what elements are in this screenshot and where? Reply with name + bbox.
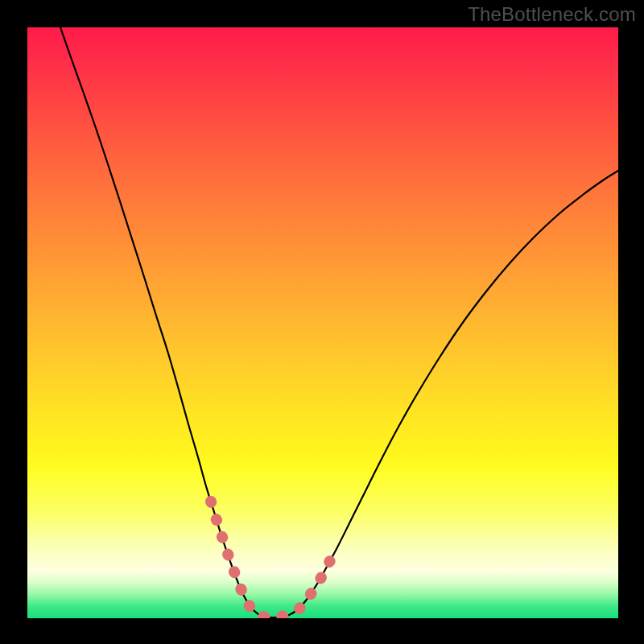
marker-segment-right bbox=[299, 548, 336, 609]
chart-svg bbox=[27, 27, 618, 618]
marker-segment-left bbox=[211, 502, 288, 617]
chart-frame bbox=[27, 27, 618, 618]
bottleneck-curve bbox=[60, 27, 618, 617]
watermark-text: TheBottleneck.com bbox=[468, 3, 636, 26]
